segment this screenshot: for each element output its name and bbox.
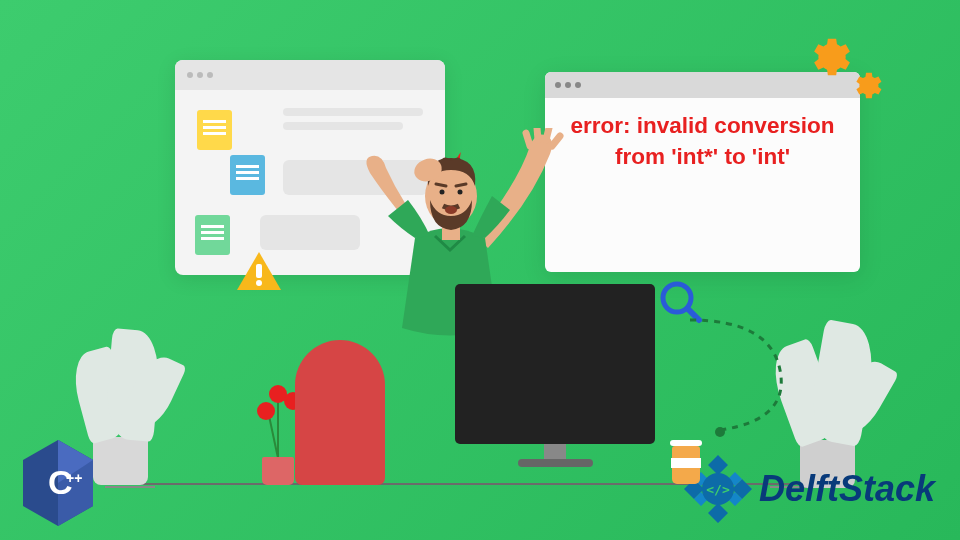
svg-point-8 xyxy=(458,190,463,195)
error-message: error: invalid conversion from 'int*' to… xyxy=(545,98,860,184)
sticky-note-yellow xyxy=(197,110,232,150)
svg-point-4 xyxy=(715,427,725,437)
brand-name: DelftStack xyxy=(759,468,935,510)
dashed-path xyxy=(680,310,830,450)
svg-rect-0 xyxy=(256,264,262,278)
computer-monitor xyxy=(455,284,655,467)
cpp-language-badge: C ++ xyxy=(18,438,98,532)
svg-text:++: ++ xyxy=(66,470,82,486)
error-window: error: invalid conversion from 'int*' to… xyxy=(545,72,860,272)
flowers xyxy=(262,457,294,485)
plant-left xyxy=(93,437,148,485)
coffee-cup xyxy=(672,440,702,484)
sticky-note-blue xyxy=(230,155,265,195)
delftstack-brand: </> DelftStack xyxy=(682,453,935,525)
svg-point-7 xyxy=(440,190,445,195)
warning-icon xyxy=(235,250,283,296)
svg-text:</>: </> xyxy=(706,482,730,497)
gear-icon-small xyxy=(850,68,885,107)
gear-icon-large xyxy=(805,32,855,86)
svg-point-1 xyxy=(256,280,262,286)
svg-point-9 xyxy=(445,206,457,214)
sticky-note-green xyxy=(195,215,230,255)
